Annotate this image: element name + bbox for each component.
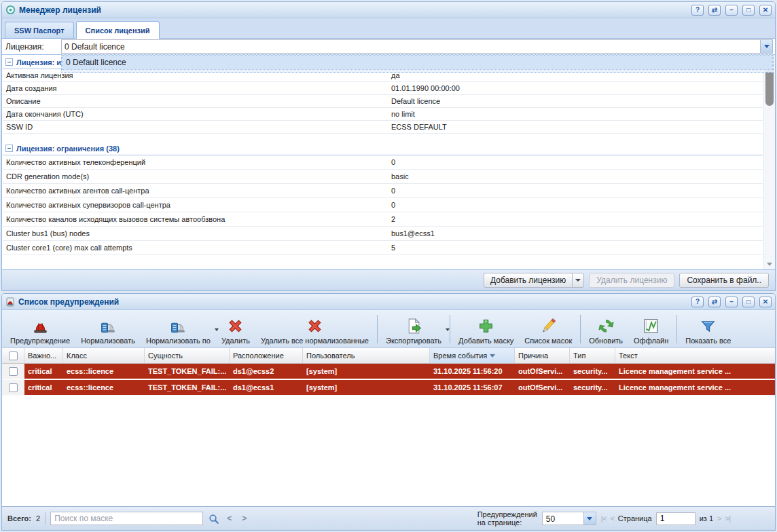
scrollbar-down-arrow-icon[interactable] [767, 263, 772, 266]
normalize-button[interactable]: Нормализовать [75, 312, 141, 346]
select-all-checkbox[interactable] [9, 352, 18, 360]
tab-ssw-passport[interactable]: SSW Паспорт [5, 22, 74, 38]
export-button[interactable]: Экспортировать [380, 312, 447, 346]
column-header-class[interactable]: Класс [63, 348, 145, 363]
property-row[interactable]: Количество каналов исходящих вызовов сис… [3, 212, 763, 227]
property-value: bus1@ecss1 [391, 229, 763, 238]
delete-alarm-button[interactable]: Удалить [216, 312, 255, 346]
property-label: Cluster core1 (core) max call attempts [3, 244, 391, 252]
save-to-file-button[interactable]: Сохранить в файл.. [679, 273, 769, 288]
refresh-button[interactable]: Обновить [583, 312, 628, 346]
property-value: 2 [391, 215, 763, 223]
vertical-scrollbar[interactable] [763, 55, 775, 269]
alarm-row[interactable]: critical ecss::licence TEST_TOKEN_FAIL:.… [2, 380, 775, 396]
column-header-cause[interactable]: Причина [515, 348, 570, 363]
license-select-row: Лицензия: 0 Default licence [2, 39, 775, 54]
refresh-window-button[interactable]: ⇄ [708, 5, 721, 16]
search-prev-button[interactable]: < [224, 514, 234, 523]
search-icon[interactable] [208, 513, 219, 525]
add-mask-button[interactable]: Добавить маску [453, 312, 519, 346]
property-value: no limit [391, 110, 763, 118]
per-page-select[interactable]: 50 [542, 512, 596, 525]
property-row[interactable]: Количество активных супервизоров call-це… [3, 198, 763, 212]
group-title: Лицензия: ограничения (38) [16, 145, 120, 153]
property-label: SSW ID [3, 123, 391, 131]
collapse-icon[interactable] [5, 145, 13, 152]
property-value: 01.01.1990 00:00:00 [391, 84, 763, 92]
property-row[interactable]: CDR generation mode(s)basic [3, 170, 763, 184]
cell-location: ds1@ecss1 [230, 380, 303, 395]
alarm-window-title: Список предупреждений [18, 297, 687, 307]
mask-list-button[interactable]: Список масок [519, 312, 577, 346]
property-label: Количество каналов исходящих вызовов сис… [3, 215, 391, 223]
offline-button-label: Оффлайн [634, 337, 668, 345]
close-button[interactable]: ✕ [759, 297, 772, 307]
row-checkbox-cell [2, 364, 24, 379]
column-header-entity[interactable]: Сущность [145, 348, 230, 363]
license-window-titlebar[interactable]: Менеджер лицензий ? ⇄ – □ ✕ [2, 2, 775, 18]
table-empty-area [2, 396, 775, 506]
normalize-by-button[interactable]: Нормализовать по [141, 312, 216, 346]
page-number-input[interactable] [656, 512, 695, 525]
total-label: Всего: [7, 514, 31, 522]
sort-desc-icon [490, 354, 495, 358]
cell-class: ecss::licence [63, 364, 145, 379]
help-button[interactable]: ? [691, 297, 704, 307]
row-checkbox-cell [2, 380, 24, 395]
alarm-beacon-red-icon [31, 317, 50, 335]
offline-chart-icon [642, 317, 660, 335]
property-row[interactable]: Дата окончания (UTC)no limit [3, 108, 763, 121]
column-header-text[interactable]: Текст [615, 348, 775, 363]
property-value: basic [391, 172, 763, 180]
property-row[interactable]: Дата создания01.01.1990 00:00:00 [3, 82, 763, 95]
tab-license-list[interactable]: Список лицензий [76, 21, 160, 39]
license-combobox[interactable]: 0 Default licence [61, 39, 773, 54]
add-mask-button-label: Добавить маску [458, 337, 513, 345]
column-header-location[interactable]: Расположение [230, 348, 303, 363]
group-gap [3, 134, 763, 142]
row-checkbox[interactable] [9, 367, 18, 376]
dropdown-item[interactable]: 0 Default licence [62, 56, 772, 69]
add-license-menu-trigger[interactable] [572, 273, 583, 287]
show-all-button[interactable]: Показать все [680, 312, 736, 346]
collapse-icon[interactable] [5, 58, 13, 66]
column-header-type[interactable]: Тип [570, 348, 615, 363]
minimize-button[interactable]: – [725, 297, 738, 307]
total-value: 2 [36, 514, 40, 522]
property-row[interactable]: ОписаниеDefault licence [3, 95, 763, 108]
per-page-trigger[interactable] [583, 512, 596, 525]
delete-x-icon [306, 317, 324, 335]
minimize-button[interactable]: – [725, 5, 738, 16]
license-field-label: Лицензия: [2, 42, 61, 52]
maximize-button[interactable]: □ [742, 5, 755, 16]
alarm-window-titlebar[interactable]: Список предупреждений ? ⇄ – □ ✕ [2, 294, 775, 310]
property-row[interactable]: SSW IDECSS DEFAULT [3, 121, 763, 134]
alarm-button-label: Предупреждение [10, 337, 70, 345]
offline-button[interactable]: Оффлайн [628, 312, 674, 346]
cell-user: [system] [303, 364, 430, 379]
property-row[interactable]: Количество активных агентов call-центра0 [3, 184, 763, 198]
alarm-row[interactable]: critical ecss::licence TEST_TOKEN_FAIL:.… [2, 364, 775, 380]
help-button[interactable]: ? [691, 5, 704, 16]
property-row[interactable]: Количество активных телеконференций0 [3, 155, 763, 170]
refresh-button-label: Обновить [589, 337, 623, 345]
delete-all-normalized-button[interactable]: Удалить все нормализованные [255, 312, 374, 346]
mask-search-input[interactable] [50, 512, 203, 525]
group-header-limits[interactable]: Лицензия: ограничения (38) [3, 142, 763, 155]
column-header-event-time[interactable]: Время события [430, 348, 515, 363]
refresh-window-button[interactable]: ⇄ [708, 297, 721, 307]
column-header-severity[interactable]: Важно... [24, 348, 63, 363]
column-header-user[interactable]: Пользователь [303, 348, 430, 363]
maximize-button[interactable]: □ [742, 297, 755, 307]
search-next-button[interactable]: > [239, 514, 249, 523]
property-row[interactable]: Cluster bus1 (bus) nodesbus1@ecss1 [3, 227, 763, 241]
combobox-trigger[interactable] [760, 40, 772, 53]
select-all-checkbox-cell [2, 348, 24, 363]
property-label: Количество активных супервизоров call-це… [3, 201, 391, 209]
property-row[interactable]: Cluster core1 (core) max call attempts5 [3, 241, 763, 255]
add-license-button[interactable]: Добавить лицензию [484, 273, 584, 288]
row-checkbox[interactable] [9, 383, 18, 392]
alarm-button[interactable]: Предупреждение [5, 312, 75, 346]
close-button[interactable]: ✕ [759, 5, 772, 16]
plus-icon [477, 317, 495, 335]
